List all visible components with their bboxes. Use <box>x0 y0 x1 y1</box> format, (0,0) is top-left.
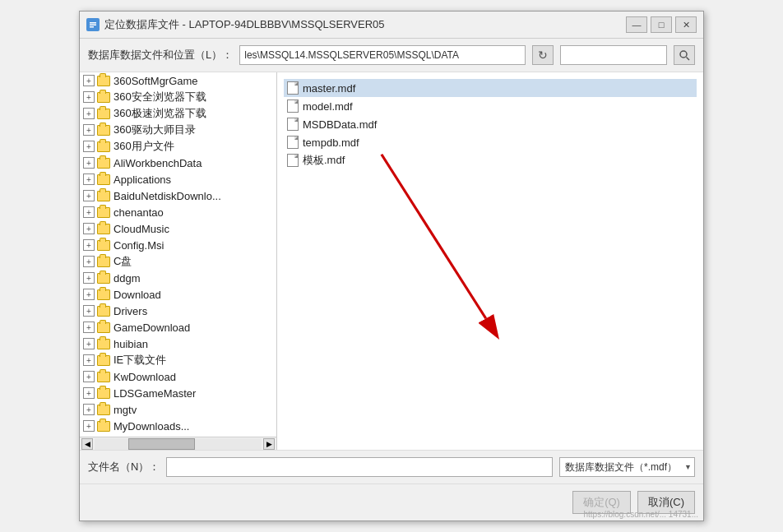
tree-item[interactable]: +MyDownloads... <box>80 418 276 434</box>
tree-item-label: Config.Msi <box>114 239 164 252</box>
refresh-button[interactable]: ↻ <box>532 45 554 65</box>
search-icon <box>679 50 690 61</box>
tree-item-label: chenantao <box>114 206 164 219</box>
tree-item[interactable]: +Config.Msi <box>80 237 276 253</box>
tree-expand-icon[interactable]: + <box>83 190 95 201</box>
tree-expand-icon[interactable]: + <box>83 338 95 349</box>
folder-icon <box>97 289 110 300</box>
tree-item-label: Drivers <box>114 305 147 317</box>
tree-item[interactable]: +AliWorkbenchData <box>80 155 276 171</box>
tree-item[interactable]: +360SoftMgrGame <box>80 72 276 89</box>
search-button[interactable] <box>674 45 695 65</box>
tree-item-label: IE下载文件 <box>114 353 166 368</box>
tree-expand-icon[interactable]: + <box>83 404 95 415</box>
tree-item[interactable]: +chenantao <box>80 204 276 220</box>
tree-item[interactable]: +360驱动大师目录 <box>80 122 276 138</box>
tree-expand-icon[interactable]: + <box>83 75 95 86</box>
tree-expand-icon[interactable]: + <box>83 157 95 169</box>
scroll-right-button[interactable]: ▶ <box>263 438 275 450</box>
filename-input[interactable] <box>166 457 553 477</box>
footer-filename-row: 文件名（N）： 数据库数据文件（*.mdf） ▼ <box>80 451 703 484</box>
file-icon <box>287 154 299 167</box>
folder-icon <box>97 273 110 284</box>
tree-item[interactable]: +C盘 <box>80 253 276 270</box>
tree-expand-icon[interactable]: + <box>83 256 95 267</box>
tree-item[interactable]: +Drivers <box>80 303 276 319</box>
tree-item[interactable]: +Download <box>80 286 276 303</box>
folder-icon <box>97 339 110 349</box>
folder-icon <box>97 421 110 432</box>
tree-expand-icon[interactable]: + <box>83 289 95 300</box>
tree-expand-icon[interactable]: + <box>83 322 95 333</box>
file-item[interactable]: MSDBData.mdf <box>284 115 697 133</box>
title-controls: — □ ✕ <box>626 16 697 33</box>
tree-item[interactable]: +IE下载文件 <box>80 352 276 368</box>
tree-expand-icon[interactable]: + <box>83 371 95 382</box>
tree-item[interactable]: +Applications <box>80 171 276 187</box>
search-input[interactable] <box>560 45 667 65</box>
minimize-button[interactable]: — <box>626 16 647 33</box>
tree-item[interactable]: +KwDownload <box>80 368 276 385</box>
scroll-left-button[interactable]: ◀ <box>81 438 93 450</box>
scroll-track <box>95 438 262 450</box>
tree-item[interactable]: +360用户文件 <box>80 138 276 155</box>
file-item-label: 模板.mdf <box>303 153 345 168</box>
tree-expand-icon[interactable]: + <box>83 354 95 366</box>
horizontal-scrollbar[interactable]: ◀ ▶ <box>80 437 276 450</box>
file-icon <box>287 81 299 95</box>
close-button[interactable]: ✕ <box>675 16 697 33</box>
filetype-select[interactable]: 数据库数据文件（*.mdf） <box>559 457 695 477</box>
folder-icon <box>97 257 110 267</box>
title-bar-left: 定位数据库文件 - LAPTOP-94DLBBBV\MSSQLSERVER05 <box>86 17 385 32</box>
tree-expand-icon[interactable]: + <box>83 272 95 284</box>
tree-expand-icon[interactable]: + <box>83 124 95 136</box>
tree-expand-icon[interactable]: + <box>83 206 95 218</box>
tree-expand-icon[interactable]: + <box>83 305 95 317</box>
file-item[interactable]: model.mdf <box>284 97 697 115</box>
svg-rect-3 <box>90 26 94 28</box>
file-item-label: MSDBData.mdf <box>303 118 377 131</box>
tree-item-label: mgtv <box>114 404 137 416</box>
right-panel: master.mdfmodel.mdfMSDBData.mdftempdb.md… <box>277 72 703 450</box>
tree-expand-icon[interactable]: + <box>83 387 95 399</box>
tree-item[interactable]: +LDSGameMaster <box>80 385 276 401</box>
tree-expand-icon[interactable]: + <box>83 173 95 185</box>
file-item[interactable]: tempdb.mdf <box>284 133 697 151</box>
tree-item[interactable]: +huibian <box>80 335 276 352</box>
tree-expand-icon[interactable]: + <box>83 420 95 432</box>
tree-expand-icon[interactable]: + <box>83 239 95 251</box>
file-icon <box>287 118 299 131</box>
path-input[interactable] <box>239 45 526 65</box>
tree-item[interactable]: +360极速浏览器下载 <box>80 105 276 122</box>
folder-icon <box>97 174 110 185</box>
tree-item[interactable]: +ddgm <box>80 270 276 286</box>
tree-item[interactable]: +CloudMusic <box>80 220 276 237</box>
svg-line-7 <box>382 155 486 319</box>
tree-item[interactable]: +GameDownload <box>80 319 276 335</box>
filetype-select-wrapper: 数据库数据文件（*.mdf） ▼ <box>559 457 695 477</box>
tree-expand-icon[interactable]: + <box>83 108 95 119</box>
file-icon <box>287 99 299 113</box>
svg-rect-1 <box>90 22 96 24</box>
watermark-text: https://blog.csdn.net/... 14731... <box>583 510 698 519</box>
tree-expand-icon[interactable]: + <box>83 141 95 152</box>
tree-item[interactable]: +mgtv <box>80 401 276 418</box>
tree-scroll[interactable]: +360SoftMgrGame+360安全浏览器下载+360极速浏览器下载+36… <box>80 72 276 437</box>
tree-item-label: 360SoftMgrGame <box>114 75 198 87</box>
tree-item-label: AliWorkbenchData <box>114 157 202 169</box>
scroll-thumb[interactable] <box>128 438 195 450</box>
tree-item[interactable]: +BaiduNetdiskDownlo... <box>80 187 276 204</box>
left-panel: +360SoftMgrGame+360安全浏览器下载+360极速浏览器下载+36… <box>80 72 277 450</box>
bottom-buttons: 确定(Q) 取消(C) https://blog.csdn.net/... 14… <box>80 484 703 520</box>
tree-expand-icon[interactable]: + <box>83 91 95 103</box>
tree-item-label: BaiduNetdiskDownlo... <box>114 190 221 202</box>
tree-item-label: 360极速浏览器下载 <box>114 106 206 121</box>
tree-expand-icon[interactable]: + <box>83 223 95 234</box>
tree-item-label: 360驱动大师目录 <box>114 123 196 137</box>
maximize-button[interactable]: □ <box>651 16 672 33</box>
file-item[interactable]: master.mdf <box>284 79 697 97</box>
content-area: +360SoftMgrGame+360安全浏览器下载+360极速浏览器下载+36… <box>80 72 703 451</box>
tree-item[interactable]: +360安全浏览器下载 <box>80 89 276 105</box>
folder-icon <box>97 224 110 234</box>
file-item[interactable]: 模板.mdf <box>284 151 697 169</box>
